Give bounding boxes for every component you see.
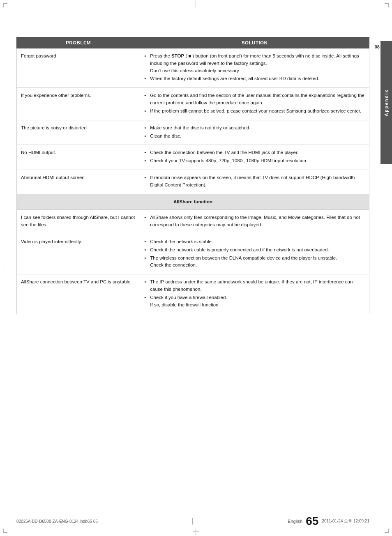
- table-row: Forgot password Press the STOP ( ■ ) but…: [17, 48, 369, 88]
- bullet-list: The IP address under the same subnetwork…: [144, 278, 365, 308]
- footer: 02025A-BD-D6500-ZA-ENG-0124.indb65 65 En…: [16, 515, 369, 528]
- list-item: When the factory default settings are re…: [144, 75, 365, 83]
- bullet-list: Make sure that the disc is not dirty or …: [144, 124, 365, 140]
- list-item: Check if you have a firewall enabled.If …: [144, 294, 365, 309]
- problem-cell: I can see folders shared through AllShar…: [17, 210, 140, 234]
- list-item: If random noise appears on the screen, i…: [144, 174, 365, 189]
- page-container: Appendix 08 PROBLEM SOLUTION Forgot pass…: [0, 0, 392, 536]
- solution-cell: The IP address under the same subnetwork…: [140, 274, 369, 314]
- problem-cell: The picture is noisy or distorted: [17, 120, 140, 145]
- corner-mark-br: [385, 529, 389, 533]
- problem-cell: Forgot password: [17, 48, 140, 88]
- solution-cell: Check the connection between the TV and …: [140, 145, 369, 170]
- list-item: The IP address under the same subnetwork…: [144, 278, 365, 293]
- problem-cell: No HDMI output.: [17, 145, 140, 170]
- footer-page-number: 65: [306, 515, 318, 528]
- list-item: Check the connection between the TV and …: [144, 149, 365, 156]
- list-item: Check if your TV supports 480p, 720p, 10…: [144, 157, 365, 165]
- solution-cell: Go to the contents and find the section …: [140, 88, 369, 120]
- table-row: I can see folders shared through AllShar…: [17, 210, 369, 234]
- list-item: Make sure that the disc is not dirty or …: [144, 124, 365, 132]
- bullet-list: If random noise appears on the screen, i…: [144, 174, 365, 189]
- solution-cell: AllShare shows only files corresponding …: [140, 210, 369, 234]
- bullet-list: AllShare shows only files corresponding …: [144, 214, 365, 229]
- table-row: No HDMI output. Check the connection bet…: [17, 145, 369, 170]
- table-row: If you experience other problems. Go to …: [17, 88, 369, 120]
- troubleshoot-table: PROBLEM SOLUTION Forgot password Press t…: [16, 37, 369, 314]
- problem-cell: If you experience other problems.: [17, 88, 140, 120]
- list-item: Clean the disc.: [144, 133, 365, 140]
- reg-mark-bottom: [193, 529, 199, 535]
- table-row: The picture is noisy or distorted Make s…: [17, 120, 369, 145]
- problem-cell: Abnormal HDMI output screen.: [17, 170, 140, 194]
- list-item: The wireless connection between the DLNA…: [144, 255, 365, 269]
- section-header-row: AllShare function: [17, 194, 369, 210]
- problem-cell: Video is played intermittently.: [17, 234, 140, 274]
- footer-right-text: 2011-01-24 오후 12:09:21: [322, 518, 369, 524]
- bullet-list: Check the connection between the TV and …: [144, 149, 365, 165]
- list-item: Go to the contents and find the section …: [144, 92, 365, 107]
- solution-cell: Press the STOP ( ■ ) button (on front pa…: [140, 48, 369, 88]
- corner-mark-tr: [385, 3, 389, 7]
- footer-center: [189, 518, 196, 524]
- reg-mark-top: [193, 1, 199, 7]
- bullet-list: Press the STOP ( ■ ) button (on front pa…: [144, 53, 365, 83]
- list-item: AllShare shows only files corresponding …: [144, 214, 365, 229]
- problem-cell: AllShare connection between TV and PC is…: [17, 274, 140, 314]
- list-item: Check if the network is stable.: [144, 238, 365, 246]
- sidebar-label: Appendix: [384, 89, 389, 116]
- section-header-cell: AllShare function: [17, 194, 369, 210]
- bold-stop: STOP: [171, 53, 184, 58]
- footer-language-label: English: [288, 519, 302, 524]
- corner-mark-tl: [3, 3, 7, 7]
- footer-left-text: 02025A-BD-D6500-ZA-ENG-0124.indb65 65: [16, 519, 98, 524]
- list-item: Check if the network cable is properly c…: [144, 246, 365, 254]
- table-header-problem: PROBLEM: [17, 37, 140, 48]
- sidebar-appendix: Appendix: [380, 41, 392, 164]
- solution-cell: If random noise appears on the screen, i…: [140, 170, 369, 194]
- list-item: Press the STOP ( ■ ) button (on front pa…: [144, 53, 365, 74]
- solution-cell: Check if the network is stable. Check if…: [140, 234, 369, 274]
- table-row: Abnormal HDMI output screen. If random n…: [17, 170, 369, 194]
- list-item: If the problem still cannot be solved, p…: [144, 108, 365, 115]
- solution-cell: Make sure that the disc is not dirty or …: [140, 120, 369, 145]
- sidebar-number: 08: [375, 44, 380, 49]
- corner-mark-bl: [3, 529, 7, 533]
- bullet-list: Check if the network is stable. Check if…: [144, 238, 365, 269]
- bullet-list: Go to the contents and find the section …: [144, 92, 365, 115]
- table-row: Video is played intermittently. Check if…: [17, 234, 369, 274]
- reg-mark-bottom-center: [189, 518, 196, 524]
- table-header-solution: SOLUTION: [140, 37, 369, 48]
- table-row: AllShare connection between TV and PC is…: [17, 274, 369, 314]
- main-content: PROBLEM SOLUTION Forgot password Press t…: [16, 37, 369, 495]
- reg-mark-left: [1, 265, 7, 271]
- footer-right-group: English 65 2011-01-24 오후 12:09:21: [288, 515, 369, 528]
